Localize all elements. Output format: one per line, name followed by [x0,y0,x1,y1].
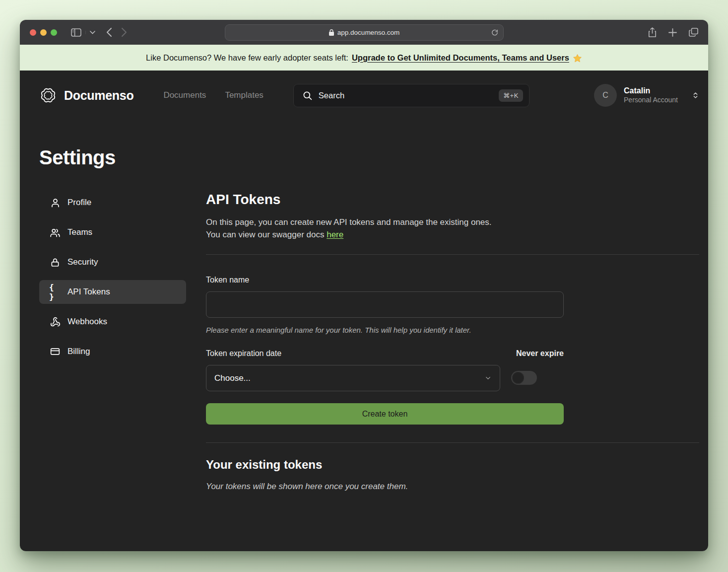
settings-body: Profile Teams Security { } API Token [39,191,699,492]
section-description: On this page, you can create new API tok… [206,216,699,241]
address-bar[interactable]: app.documenso.com [225,24,504,41]
expiration-row: Token expiration date Choose... Never ex… [206,349,564,391]
sidebar-item-profile[interactable]: Profile [39,191,186,214]
tab-overview-icon[interactable] [689,28,698,37]
app-header: Documenso Documents Templates Search ⌘+K… [39,71,699,120]
search-shortcut-badge: ⌘+K [499,89,523,102]
minimize-window-button[interactable] [40,29,47,36]
back-button[interactable] [106,28,112,37]
user-icon [49,198,61,208]
nav-templates[interactable]: Templates [225,90,263,100]
never-expire-column: Never expire [511,349,564,391]
banner-text: Like Documenso? We have few early adopte… [146,53,348,63]
url-text: app.documenso.com [337,29,399,36]
sidebar-item-label: Webhooks [67,317,107,327]
page-title: Settings [39,146,699,169]
share-icon[interactable] [648,27,657,37]
tab-overview-chevron-icon[interactable] [85,31,95,34]
upgrade-banner: Like Documenso? We have few early adopte… [20,45,708,71]
create-token-button[interactable]: Create token [206,403,564,425]
close-window-button[interactable] [30,29,36,36]
never-expire-toggle[interactable] [511,371,537,385]
upgrade-link[interactable]: Upgrade to Get Unlimited Documents, Team… [352,53,569,63]
expiration-column: Token expiration date Choose... [206,349,500,391]
toolbar-right-actions [648,27,698,37]
documenso-app: Documenso Documents Templates Search ⌘+K… [20,71,708,551]
sidebar-item-api-tokens[interactable]: { } API Tokens [39,280,186,304]
token-expiration-select[interactable]: Choose... [206,365,500,391]
token-expiration-label: Token expiration date [206,349,500,358]
credit-card-icon [49,347,61,357]
sidebar-item-teams[interactable]: Teams [39,220,186,244]
tls-lock-icon [329,29,334,36]
documenso-logo-icon [39,86,57,104]
users-icon [49,227,61,238]
search-icon [303,91,312,100]
top-navigation: Documents Templates [163,90,263,100]
star-icon [573,54,582,63]
never-expire-label: Never expire [516,349,564,358]
sidebar-item-label: Billing [67,347,90,357]
swagger-docs-link[interactable]: here [327,230,343,239]
reload-icon[interactable] [491,29,498,36]
description-line2: You can view our swagger docs [206,230,324,239]
user-meta: Catalin Personal Account [624,86,678,105]
token-name-input[interactable] [206,291,564,318]
browser-toolbar: app.documenso.com [20,20,708,45]
divider [206,254,699,255]
user-name: Catalin [624,86,678,96]
chevron-down-icon [484,374,492,382]
sidebar-item-label: Teams [67,227,92,237]
user-account-type: Personal Account [624,96,678,105]
window-controls [30,29,57,36]
chevrons-up-down-icon [692,90,699,100]
api-tokens-panel: API Tokens On this page, you can create … [206,191,699,492]
description-line1: On this page, you can create new API tok… [206,217,492,227]
sidebar-item-security[interactable]: Security [39,250,186,274]
existing-tokens-title: Your existing tokens [206,458,699,472]
brand[interactable]: Documenso [39,86,133,104]
webhook-icon [49,317,61,327]
braces-icon: { } [49,283,61,301]
toggle-knob [512,372,524,384]
section-title: API Tokens [206,192,699,208]
zoom-window-button[interactable] [51,29,57,36]
browser-window: app.documenso.com Like Documenso? We hav… [20,20,708,551]
create-token-form: Token name Please enter a meaningful nam… [206,276,564,425]
sidebar-item-label: Security [67,257,98,267]
token-name-help: Please enter a meaningful name for your … [206,326,564,334]
existing-tokens-empty-text: Your tokens will be shown here once you … [206,482,699,492]
selected-expiration-value: Choose... [214,373,251,383]
nav-documents[interactable]: Documents [163,90,206,100]
forward-button[interactable] [122,28,127,37]
sidebar-item-label: API Tokens [67,287,110,297]
sidebar-item-webhooks[interactable]: Webhooks [39,310,186,334]
sidebar-item-billing[interactable]: Billing [39,340,186,363]
token-name-label: Token name [206,276,564,285]
sidebar-toggle-icon[interactable] [71,28,81,37]
search-label: Search [319,91,344,100]
search-input[interactable]: Search ⌘+K [293,84,529,107]
lock-icon [49,257,61,268]
sidebar-item-label: Profile [67,198,91,208]
divider [206,442,699,443]
account-menu[interactable]: C Catalin Personal Account [594,84,699,107]
new-tab-icon[interactable] [668,28,677,37]
settings-sidebar: Profile Teams Security { } API Token [39,191,186,492]
avatar: C [594,84,617,107]
brand-name: Documenso [64,88,133,103]
